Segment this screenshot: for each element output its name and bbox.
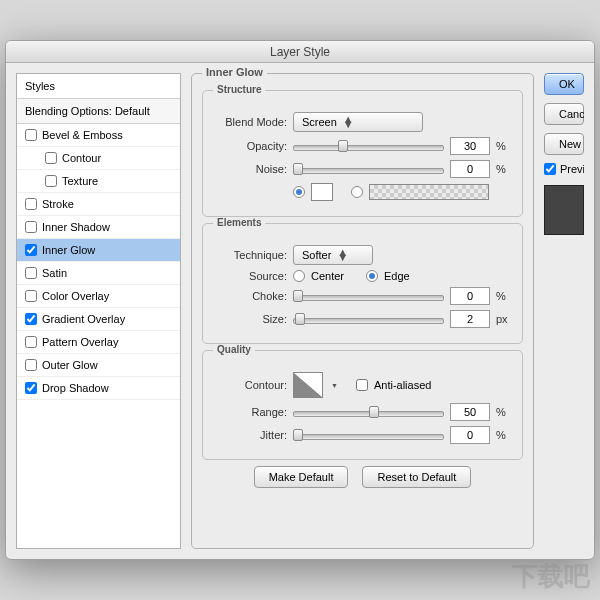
size-input[interactable]: 2 xyxy=(450,310,490,328)
glow-gradient-swatch[interactable] xyxy=(369,184,489,200)
sidebar-checkbox[interactable] xyxy=(25,198,37,210)
opacity-label: Opacity: xyxy=(213,140,287,152)
solid-color-radio[interactable] xyxy=(293,186,305,198)
watermark: 下载吧 xyxy=(512,559,590,594)
technique-label: Technique: xyxy=(213,249,287,261)
sidebar-item-outer-glow[interactable]: Outer Glow xyxy=(17,354,180,377)
contour-picker[interactable] xyxy=(293,372,323,398)
quality-group: Quality Contour: ▼ Anti-aliased Range: 5… xyxy=(202,350,523,460)
choke-input[interactable]: 0 xyxy=(450,287,490,305)
color-source-row xyxy=(213,183,512,201)
sidebar-item-bevel-emboss[interactable]: Bevel & Emboss xyxy=(17,124,180,147)
make-default-button[interactable]: Make Default xyxy=(254,466,349,488)
sidebar-item-label: Drop Shadow xyxy=(42,382,109,394)
choke-label: Choke: xyxy=(213,290,287,302)
main-panel: Inner Glow Structure Blend Mode: Screen … xyxy=(191,73,534,549)
sidebar-item-inner-shadow[interactable]: Inner Shadow xyxy=(17,216,180,239)
anti-aliased-checkbox[interactable] xyxy=(356,379,368,391)
sidebar-checkbox[interactable] xyxy=(45,175,57,187)
sidebar-item-label: Stroke xyxy=(42,198,74,210)
quality-legend: Quality xyxy=(213,344,255,355)
sidebar-item-label: Inner Glow xyxy=(42,244,95,256)
contour-label: Contour: xyxy=(213,379,287,391)
sidebar-checkbox[interactable] xyxy=(25,267,37,279)
sidebar-item-contour[interactable]: Contour xyxy=(17,147,180,170)
elements-legend: Elements xyxy=(213,217,265,228)
sidebar-blending-options[interactable]: Blending Options: Default xyxy=(17,99,180,124)
source-center-label: Center xyxy=(311,270,344,282)
sidebar-item-label: Satin xyxy=(42,267,67,279)
sidebar-item-drop-shadow[interactable]: Drop Shadow xyxy=(17,377,180,400)
preview-checkbox[interactable] xyxy=(544,163,556,175)
new-style-button[interactable]: New Style... xyxy=(544,133,584,155)
sidebar-checkbox[interactable] xyxy=(25,336,37,348)
preview-row: Preview xyxy=(544,163,584,175)
sidebar-checkbox[interactable] xyxy=(25,129,37,141)
inner-glow-legend: Inner Glow xyxy=(202,66,267,78)
size-row: Size: 2 px xyxy=(213,310,512,328)
chevron-down-icon[interactable]: ▼ xyxy=(331,382,338,389)
ok-button[interactable]: OK xyxy=(544,73,584,95)
range-label: Range: xyxy=(213,406,287,418)
updown-icon: ▲▼ xyxy=(343,117,354,127)
blend-mode-select[interactable]: Screen ▲▼ xyxy=(293,112,423,132)
jitter-input[interactable]: 0 xyxy=(450,426,490,444)
sidebar-item-color-overlay[interactable]: Color Overlay xyxy=(17,285,180,308)
blend-mode-row: Blend Mode: Screen ▲▼ xyxy=(213,112,512,132)
sidebar-item-label: Gradient Overlay xyxy=(42,313,125,325)
preview-swatch xyxy=(544,185,584,235)
sidebar-checkbox[interactable] xyxy=(25,290,37,302)
jitter-row: Jitter: 0 % xyxy=(213,426,512,444)
styles-sidebar: Styles Blending Options: Default Bevel &… xyxy=(16,73,181,549)
range-unit: % xyxy=(496,406,512,418)
opacity-input[interactable]: 30 xyxy=(450,137,490,155)
sidebar-checkbox[interactable] xyxy=(25,313,37,325)
right-panel: OK Cancel New Style... Preview xyxy=(544,73,584,549)
size-slider[interactable] xyxy=(293,312,444,326)
sidebar-item-inner-glow[interactable]: Inner Glow xyxy=(17,239,180,262)
glow-color-swatch[interactable] xyxy=(311,183,333,201)
noise-label: Noise: xyxy=(213,163,287,175)
noise-unit: % xyxy=(496,163,512,175)
sidebar-checkbox[interactable] xyxy=(25,382,37,394)
sidebar-checkbox[interactable] xyxy=(25,359,37,371)
source-label: Source: xyxy=(213,270,287,282)
sidebar-checkbox[interactable] xyxy=(45,152,57,164)
cancel-button[interactable]: Cancel xyxy=(544,103,584,125)
dialog-body: Styles Blending Options: Default Bevel &… xyxy=(6,63,594,559)
size-label: Size: xyxy=(213,313,287,325)
noise-slider[interactable] xyxy=(293,162,444,176)
sidebar-item-texture[interactable]: Texture xyxy=(17,170,180,193)
preview-label: Preview xyxy=(560,163,584,175)
source-edge-radio[interactable] xyxy=(366,270,378,282)
sidebar-checkbox[interactable] xyxy=(25,244,37,256)
sidebar-item-label: Texture xyxy=(62,175,98,187)
titlebar: Layer Style xyxy=(6,41,594,63)
sidebar-item-pattern-overlay[interactable]: Pattern Overlay xyxy=(17,331,180,354)
source-center-radio[interactable] xyxy=(293,270,305,282)
choke-unit: % xyxy=(496,290,512,302)
choke-slider[interactable] xyxy=(293,289,444,303)
gradient-radio[interactable] xyxy=(351,186,363,198)
range-slider[interactable] xyxy=(293,405,444,419)
sidebar-item-satin[interactable]: Satin xyxy=(17,262,180,285)
reset-default-button[interactable]: Reset to Default xyxy=(362,466,471,488)
noise-input[interactable]: 0 xyxy=(450,160,490,178)
blend-mode-label: Blend Mode: xyxy=(213,116,287,128)
opacity-unit: % xyxy=(496,140,512,152)
sidebar-item-label: Pattern Overlay xyxy=(42,336,118,348)
sidebar-header[interactable]: Styles xyxy=(17,74,180,99)
defaults-buttons: Make Default Reset to Default xyxy=(202,466,523,488)
source-edge-label: Edge xyxy=(384,270,410,282)
sidebar-item-label: Bevel & Emboss xyxy=(42,129,123,141)
range-input[interactable]: 50 xyxy=(450,403,490,421)
jitter-label: Jitter: xyxy=(213,429,287,441)
sidebar-item-stroke[interactable]: Stroke xyxy=(17,193,180,216)
opacity-slider[interactable] xyxy=(293,139,444,153)
noise-row: Noise: 0 % xyxy=(213,160,512,178)
jitter-slider[interactable] xyxy=(293,428,444,442)
technique-select[interactable]: Softer ▲▼ xyxy=(293,245,373,265)
sidebar-item-label: Contour xyxy=(62,152,101,164)
sidebar-checkbox[interactable] xyxy=(25,221,37,233)
sidebar-item-gradient-overlay[interactable]: Gradient Overlay xyxy=(17,308,180,331)
